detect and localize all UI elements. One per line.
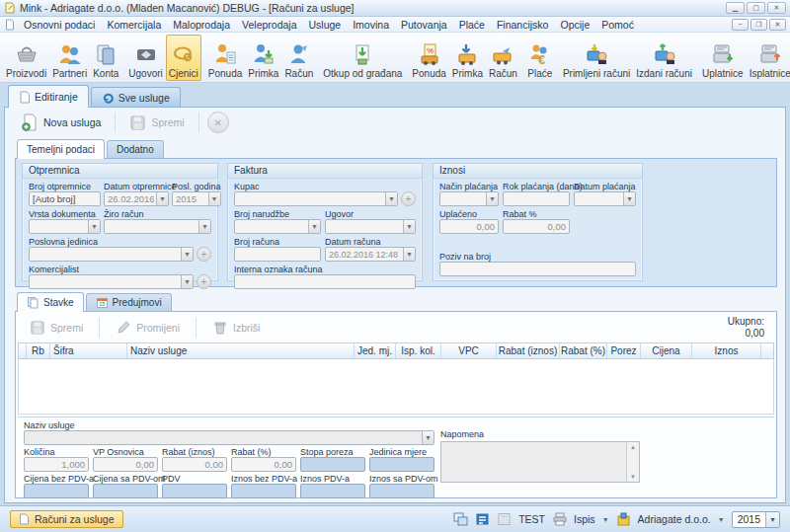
chevron-down-icon[interactable]: ▼ <box>422 431 434 444</box>
chevron-down-icon[interactable]: ▼ <box>486 192 498 205</box>
table-icon[interactable] <box>475 512 490 526</box>
column-header-porez[interactable]: Porez <box>607 343 641 358</box>
chevron-down-icon[interactable]: ▼ <box>602 516 609 523</box>
toolbar-item-proizvodi[interactable]: Proizvodi <box>3 35 49 81</box>
nova-usluga-button[interactable]: Nova usluga <box>15 112 107 133</box>
add-icon[interactable]: + <box>197 247 211 262</box>
toolbar-item-otkup[interactable]: Otkup od građana <box>320 35 405 81</box>
interna-oznaka-input[interactable] <box>234 274 416 289</box>
column-header-isp-kol[interactable]: Isp. kol. <box>396 343 441 358</box>
menu-maloprodaja[interactable]: Maloprodaja <box>167 19 236 31</box>
printer-icon[interactable] <box>552 512 567 526</box>
menu-financijsko[interactable]: Financijsko <box>491 19 555 31</box>
broj-narudzbe-select[interactable]: ▼ <box>234 219 321 234</box>
toolbar-item-uplatnice[interactable]: Uplatnice <box>699 35 747 81</box>
ugovor-select[interactable]: ▼ <box>325 219 416 234</box>
menu-place[interactable]: Plaće <box>453 19 491 31</box>
stavke-spremi-button[interactable]: Spremi <box>24 318 89 338</box>
datum-racuna-select[interactable]: 26.02.2016 12:48▼ <box>325 247 416 262</box>
toolbar-item-ponuda-usluge[interactable]: Ponuda <box>205 35 245 81</box>
chevron-down-icon[interactable]: ▼ <box>718 516 725 523</box>
tab-temeljni-podaci[interactable]: Temeljni podaci <box>17 139 105 159</box>
menu-usluge[interactable]: Usluge <box>303 19 348 31</box>
ziro-racun-select[interactable]: ▼ <box>104 219 211 234</box>
menu-putovanja[interactable]: Putovanja <box>395 19 453 31</box>
posl-godina-select[interactable]: 2015▼ <box>172 191 221 206</box>
kupac-select[interactable]: ▼ <box>234 191 398 206</box>
chevron-down-icon[interactable]: ▼ <box>208 192 220 205</box>
toolbar-item-izdani-racuni[interactable]: Izdani računi <box>633 35 695 81</box>
scroll-up-icon[interactable]: ▲ <box>630 444 636 450</box>
column-header-cijena[interactable]: Cijena <box>641 343 692 358</box>
scroll-down-icon[interactable]: ▼ <box>630 474 636 480</box>
promijeni-button[interactable]: Promijeni <box>110 318 186 338</box>
ispis-button[interactable]: Ispis <box>574 513 595 525</box>
minimize-icon[interactable]: ▁ <box>726 2 745 14</box>
column-header-rabat-posto[interactable]: Rabat (%) <box>560 343 607 358</box>
tab-editiranje[interactable]: Editiranje <box>8 85 89 108</box>
broj-otpremnice-input[interactable]: [Auto broj] <box>29 191 101 206</box>
napomena-textarea[interactable]: ▲ ▼ <box>440 441 640 483</box>
menu-pomoc[interactable]: Pomoć <box>595 19 640 31</box>
chevron-down-icon[interactable]: ▼ <box>181 248 193 261</box>
tab-dodatno[interactable]: Dodatno <box>107 140 164 158</box>
stopa-poreza-input[interactable] <box>300 457 365 472</box>
cancel-icon[interactable]: ✕ <box>207 112 229 133</box>
uplaceno-input[interactable]: 0,00 <box>439 219 499 234</box>
toolbar-item-isplatnice[interactable]: Isplatnice <box>747 35 790 81</box>
rok-placanja-input[interactable] <box>503 191 570 206</box>
menu-veleprodaja[interactable]: Veleprodaja <box>236 19 302 31</box>
toolbar-item-primka-vp[interactable]: Primka <box>449 35 486 81</box>
add-icon[interactable]: + <box>401 191 416 206</box>
column-header-iznos[interactable]: Iznos <box>692 343 761 358</box>
iznos-bez-pdv-input[interactable] <box>231 484 296 498</box>
column-header-sifra[interactable]: Šifra <box>50 343 127 358</box>
tab-sve-usluge[interactable]: Sve usluge <box>91 87 181 108</box>
iznos-pdv-input[interactable] <box>300 484 365 498</box>
vp-osnovica-input[interactable]: 0,00 <box>93 457 158 472</box>
rabat-input[interactable]: 0,00 <box>503 219 570 234</box>
menu-opcije[interactable]: Opcije <box>554 19 595 31</box>
naziv-usluge-select[interactable]: ▼ <box>24 430 434 445</box>
menu-osnovni-podaci[interactable]: Osnovni podaci <box>18 19 101 31</box>
tab-stavke[interactable]: Stavke <box>17 292 84 312</box>
column-header-rabat-iznos[interactable]: Rabat (iznos) <box>497 343 560 358</box>
pdv-input[interactable] <box>162 484 227 498</box>
toolbar-item-konta[interactable]: Konta <box>90 35 121 81</box>
broj-racuna-input[interactable] <box>234 247 321 262</box>
cijena-sa-pdv-input[interactable] <box>93 484 158 498</box>
chevron-down-icon[interactable]: ▼ <box>623 192 635 205</box>
datum-otpremnice-select[interactable]: 26.02.2016▼ <box>104 191 169 206</box>
izbrisi-button[interactable]: Izbriši <box>206 318 266 338</box>
column-header-rb[interactable]: Rb <box>27 343 50 358</box>
rabat-posto-input[interactable]: 0,00 <box>231 457 296 472</box>
poziv-na-broj-input[interactable] <box>439 262 636 276</box>
menu-komercijala[interactable]: Komercijala <box>101 19 167 31</box>
add-icon[interactable]: + <box>197 274 211 289</box>
vrsta-dokumenta-select[interactable]: ▼ <box>29 219 101 234</box>
toolbar-item-ugovori[interactable]: Ugovori <box>125 35 165 81</box>
chevron-down-icon[interactable]: ▼ <box>403 220 415 233</box>
calculator-icon[interactable] <box>497 512 512 526</box>
iznos-sa-pdv-input[interactable] <box>369 484 434 498</box>
datum-placanja-select[interactable]: ▼ <box>574 191 636 206</box>
document-menu-icon[interactable] <box>4 19 16 31</box>
menu-imovina[interactable]: Imovina <box>347 19 395 31</box>
company-selector[interactable]: Adriagate d.o.o. <box>638 513 711 525</box>
jedinica-mjere-input[interactable] <box>369 457 434 472</box>
cijena-bez-pdv-input[interactable] <box>24 484 89 498</box>
child-restore-icon[interactable]: ❐ <box>750 19 767 31</box>
rabat-iznos-input[interactable]: 0,00 <box>162 457 227 472</box>
column-header-naziv-usluge[interactable]: Naziv usluge <box>127 343 355 358</box>
toolbar-item-partneri[interactable]: Partneri <box>49 35 90 81</box>
windows-icon[interactable] <box>453 512 468 526</box>
chevron-down-icon[interactable]: ▼ <box>181 275 193 288</box>
child-minimize-icon[interactable]: − <box>732 19 749 31</box>
scrollbar[interactable]: ▲ ▼ <box>626 442 639 482</box>
year-select[interactable]: 2015 ▼ <box>732 511 780 528</box>
spremi-button[interactable]: Spremi <box>123 113 190 133</box>
poslovna-jedinica-select[interactable]: ▼ <box>29 247 194 262</box>
column-header-jed-mj[interactable]: Jed. mj. <box>355 343 396 358</box>
grid-body[interactable] <box>18 359 774 415</box>
chevron-down-icon[interactable]: ▼ <box>198 220 210 233</box>
